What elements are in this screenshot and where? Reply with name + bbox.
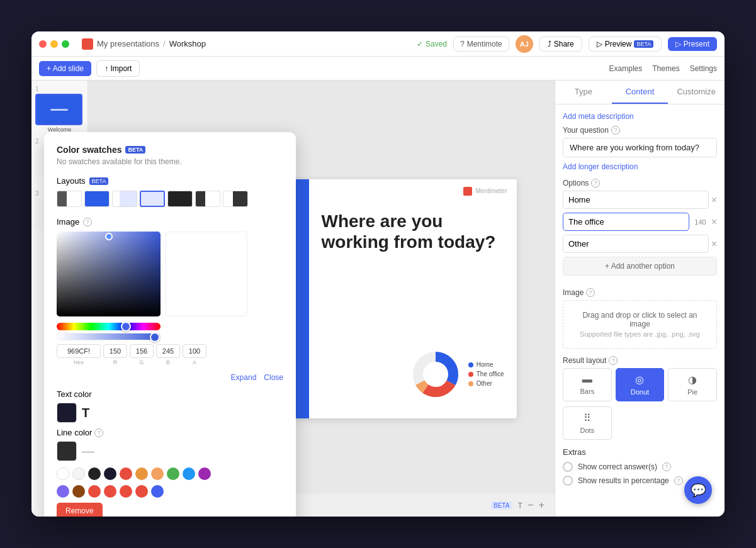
b-input[interactable] xyxy=(156,344,180,358)
mentimote-button[interactable]: ?Mentimote xyxy=(453,36,509,52)
show-results-toggle[interactable] xyxy=(563,476,573,486)
option-input-3[interactable] xyxy=(563,235,709,253)
question-help-icon[interactable]: ? xyxy=(611,126,620,135)
option-remove-1[interactable]: × xyxy=(711,195,717,205)
longer-desc-link[interactable]: Add longer description xyxy=(563,162,717,171)
options-help-icon[interactable]: ? xyxy=(591,179,600,187)
option-remove-3[interactable]: × xyxy=(711,239,717,249)
swatch-red4[interactable] xyxy=(120,485,132,498)
hex-input[interactable] xyxy=(57,344,101,358)
swatch-navy[interactable] xyxy=(104,467,116,480)
swatches-row-2 xyxy=(57,485,283,498)
layout-donut[interactable]: ◎ Donut xyxy=(616,368,665,401)
maximize-btn[interactable] xyxy=(62,40,69,48)
minimize-btn[interactable] xyxy=(50,40,58,48)
a-input-group: A xyxy=(183,344,206,366)
option-row-3: × xyxy=(563,235,717,253)
swatch-red3[interactable] xyxy=(104,485,116,498)
swatch-red2[interactable] xyxy=(88,485,101,498)
line-color-swatch[interactable] xyxy=(57,441,77,461)
cp-image-help[interactable]: ? xyxy=(83,218,92,226)
cp-image-label: Image ? xyxy=(57,217,283,226)
present-button[interactable]: ▷ Present xyxy=(668,37,717,51)
option-input-2[interactable] xyxy=(563,213,689,231)
text-color-swatch[interactable] xyxy=(57,403,77,423)
meta-link[interactable]: Add meta description xyxy=(563,112,717,121)
swatch-light[interactable] xyxy=(72,467,85,480)
avatar[interactable]: AJ xyxy=(516,35,533,53)
a-label: A xyxy=(183,359,206,366)
add-slide-button[interactable]: + Add slide xyxy=(39,61,91,76)
layout-thumb-7[interactable] xyxy=(223,191,248,207)
layout-bars[interactable]: ▬ Bars xyxy=(563,368,612,401)
layout-thumb-5[interactable] xyxy=(167,191,193,207)
swatch-dark[interactable] xyxy=(88,467,101,480)
add-option-button[interactable]: + Add another option xyxy=(563,257,717,276)
close-link[interactable]: Close xyxy=(264,373,283,382)
breadcrumb: My presentations / Workshop xyxy=(82,38,206,50)
layout-options: ▬ Bars ◎ Donut ◑ Pie xyxy=(563,368,717,401)
show-correct-label: Show correct answer(s) xyxy=(578,462,657,471)
r-input[interactable] xyxy=(103,344,127,358)
show-results-help[interactable]: ? xyxy=(674,476,683,485)
settings-link[interactable]: Settings xyxy=(690,64,717,73)
chat-button[interactable]: 💬 xyxy=(684,476,712,504)
swatches-beta-badge: BETA xyxy=(125,146,145,154)
slide-thumb-1[interactable] xyxy=(35,94,82,125)
opacity-handle[interactable] xyxy=(150,332,160,342)
layout-thumb-2[interactable] xyxy=(84,191,110,207)
show-correct-help[interactable]: ? xyxy=(662,462,671,471)
layout-thumb-6[interactable] xyxy=(195,191,220,207)
swatch-blue[interactable] xyxy=(183,467,195,480)
share-button[interactable]: ⤴Share xyxy=(539,36,582,52)
swatch-indigo[interactable] xyxy=(151,485,164,498)
layouts-beta-badge: BETA xyxy=(89,177,109,185)
examples-link[interactable]: Examples xyxy=(609,64,643,73)
layout-thumb-3[interactable] xyxy=(112,191,137,207)
text-toggle[interactable]: T xyxy=(517,501,522,510)
option-input-1[interactable] xyxy=(563,191,709,209)
image-help-icon[interactable]: ? xyxy=(586,288,595,297)
remove-button[interactable]: Remove xyxy=(57,503,103,517)
themes-link[interactable]: Themes xyxy=(652,64,679,73)
swatch-white[interactable] xyxy=(57,467,69,480)
swatch-purple[interactable] xyxy=(198,467,211,480)
swatch-lavender[interactable] xyxy=(57,485,69,498)
line-color-help[interactable]: ? xyxy=(94,428,103,437)
result-help-icon[interactable]: ? xyxy=(609,356,618,365)
tab-customize[interactable]: Customize xyxy=(668,81,725,104)
swatch-red5[interactable] xyxy=(135,485,148,498)
expand-link[interactable]: Expand xyxy=(231,373,257,382)
swatch-green[interactable] xyxy=(167,467,179,480)
zoom-in[interactable]: − xyxy=(528,500,533,511)
legend-other: Other xyxy=(468,380,504,387)
a-input[interactable] xyxy=(183,344,206,358)
layout-dots[interactable]: ⠿ Dots xyxy=(563,406,612,440)
swatch-brown[interactable] xyxy=(72,485,85,498)
swatch-peach[interactable] xyxy=(151,467,164,480)
import-button[interactable]: ↑ Import xyxy=(96,60,140,77)
color-picker-handle[interactable] xyxy=(105,233,113,240)
layout-thumb-4[interactable] xyxy=(140,191,165,207)
slide-item-1[interactable]: 1 Welcome xyxy=(35,86,84,133)
preview-button[interactable]: ▷Preview BETA xyxy=(589,36,662,52)
question-input[interactable] xyxy=(563,138,717,157)
zoom-out[interactable]: + xyxy=(539,500,544,511)
image-drop-zone[interactable]: Drag and drop or click to select an imag… xyxy=(563,300,717,349)
tab-type[interactable]: Type xyxy=(555,81,612,104)
close-btn[interactable] xyxy=(39,40,47,48)
layout-thumb-1[interactable] xyxy=(57,191,82,207)
breadcrumb-home[interactable]: My presentations xyxy=(97,39,159,48)
option-remove-2[interactable]: × xyxy=(711,217,717,227)
layout-pie[interactable]: ◑ Pie xyxy=(668,368,717,401)
opacity-slider[interactable] xyxy=(57,333,161,340)
color-gradient[interactable] xyxy=(57,232,161,316)
hue-handle[interactable] xyxy=(121,322,131,332)
swatch-orange1[interactable] xyxy=(135,467,148,480)
g-input[interactable] xyxy=(130,344,154,358)
hue-slider[interactable] xyxy=(57,323,161,330)
show-correct-toggle[interactable] xyxy=(563,462,573,472)
swatch-red[interactable] xyxy=(120,467,132,480)
option-row-2: 140 × xyxy=(563,213,717,231)
tab-content[interactable]: Content xyxy=(612,81,669,104)
